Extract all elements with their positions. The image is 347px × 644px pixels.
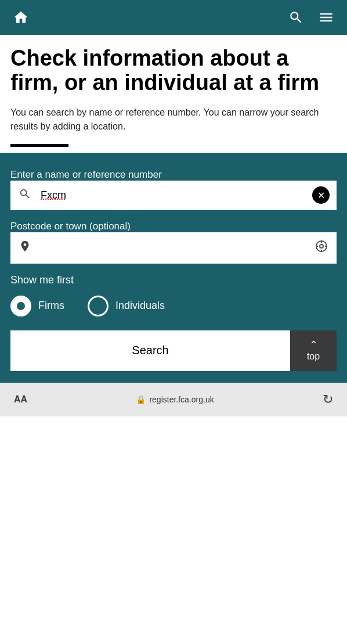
radio-firms-label: Firms [38,300,64,312]
font-size-button[interactable]: AA [14,394,27,405]
location-target-icon[interactable] [308,233,335,262]
page-title: Check information about a firm, or an in… [10,46,337,95]
hero-description: You can search by name or reference numb… [10,106,337,134]
url-text: register.fca.org.uk [149,395,214,404]
menu-icon[interactable] [315,6,338,29]
url-display: 🔒 register.fca.org.uk [136,395,214,404]
search-input-icon [12,182,38,209]
search-button-row: Search ⌃ top [10,330,337,371]
radio-firms-circle[interactable] [10,296,31,316]
location-input[interactable] [38,235,308,261]
hero-divider [10,144,68,147]
clear-input-button[interactable]: ✕ [312,186,330,204]
home-icon[interactable] [9,6,32,29]
nav-right-icons [284,6,338,29]
radio-group: Firms Individuals [10,296,337,316]
chevron-up-icon: ⌃ [309,340,318,350]
search-button[interactable]: Search [10,330,290,371]
radio-individuals-circle[interactable] [88,296,109,316]
svg-point-0 [320,244,323,248]
radio-firms-option[interactable]: Firms [10,296,64,316]
refresh-button[interactable]: ↻ [323,392,333,407]
location-field-label: Postcode or town (optional) [10,221,131,232]
location-input-wrapper [10,232,337,264]
hero-section: Check information about a firm, or an in… [0,35,347,153]
name-input-wrapper: ✕ [10,181,337,210]
name-input[interactable] [38,182,312,208]
top-navigation [0,0,347,35]
radio-individuals-option[interactable]: Individuals [88,296,165,316]
top-button-label: top [307,351,320,362]
back-to-top-button[interactable]: ⌃ top [290,330,337,371]
bottom-browser-bar: AA 🔒 register.fca.org.uk ↻ [0,383,347,416]
lock-icon: 🔒 [136,395,146,404]
location-pin-icon [12,234,38,261]
show-me-first-label: Show me first [10,274,337,286]
search-icon[interactable] [284,6,308,29]
name-field-label: Enter a name or reference number [10,169,162,180]
search-section: Enter a name or reference number ✕ Postc… [0,153,347,383]
radio-individuals-label: Individuals [115,300,165,312]
